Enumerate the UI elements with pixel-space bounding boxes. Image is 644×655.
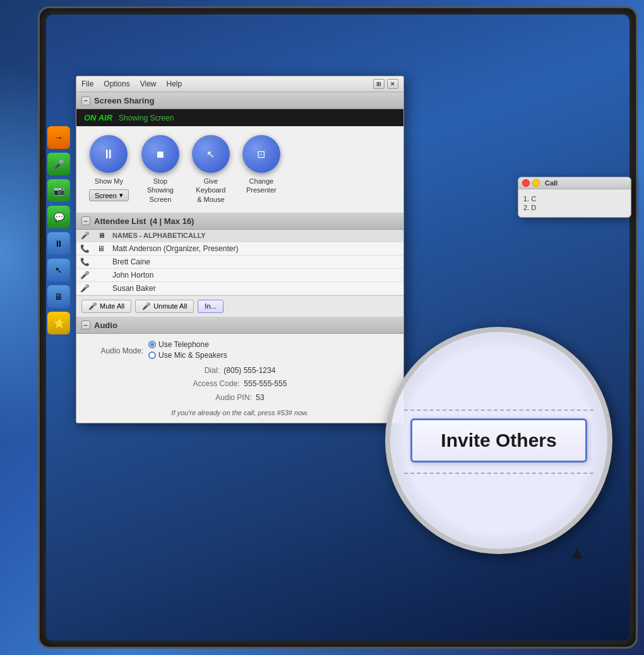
keyboard-mouse-control: ↖ GiveKeyboard& Mouse — [192, 135, 230, 204]
table-row: 📞 🖥 Matt Anderson (Organizer, Presenter) — [76, 242, 403, 255]
telephone-radio[interactable] — [148, 341, 156, 348]
unmute-all-button[interactable]: 🎤 Unmute All — [135, 300, 194, 313]
stop-label: StopShowingScreen — [147, 177, 174, 204]
stop-button[interactable]: ■ — [141, 135, 179, 173]
access-code-value: 555-555-555 — [244, 379, 287, 388]
dotted-separator-top — [404, 410, 593, 411]
dial-info: Dial: (805) 555-1234 — [86, 364, 393, 378]
names-header-cell: NAMES - ALPHABETICALLY — [109, 230, 403, 242]
attendee-name-2: Brett Caine — [109, 255, 403, 268]
audio-options: Use Telephone Use Mic & Speakers — [148, 340, 227, 362]
keyboard-mouse-button[interactable]: ↖ — [192, 135, 230, 173]
use-telephone-option[interactable]: Use Telephone — [148, 340, 227, 349]
menu-view[interactable]: View — [140, 80, 157, 88]
attendee-name-4: Susan Baker — [109, 281, 403, 295]
chat-btn[interactable]: 💬 — [47, 206, 70, 228]
call-close-btn[interactable] — [522, 179, 530, 187]
mic-header-cell: 🎤 — [76, 230, 93, 242]
keyboard-mouse-label: GiveKeyboard& Mouse — [196, 177, 225, 204]
call-window: Call 1. C 2. D — [518, 177, 631, 218]
screen-sharing-title: Screen Sharing — [94, 96, 154, 105]
change-presenter-label: ChangePresenter — [246, 177, 277, 195]
stop-showing-control: ■ StopShowingScreen — [141, 135, 179, 204]
use-mic-speakers-option[interactable]: Use Mic & Speakers — [148, 351, 227, 360]
pin-value: 53 — [256, 393, 264, 402]
magnifier-overlay: Invite Others — [385, 327, 612, 554]
call-minimize-btn[interactable] — [532, 179, 540, 187]
attendee-screen-3 — [93, 268, 109, 281]
pause-btn[interactable]: ⏸ — [47, 232, 70, 255]
attendee-btn-bar: 🎤 Mute All 🎤 Unmute All In... — [76, 295, 403, 317]
attendee-screen-1: 🖥 — [93, 242, 109, 255]
telephone-label: Use Telephone — [158, 340, 209, 349]
screen-dropdown-btn[interactable]: Screen ▾ — [89, 189, 129, 201]
invite-others-label: Invite Others — [441, 430, 556, 451]
invite-others-button-small[interactable]: In... — [198, 300, 223, 313]
show-my-screen-control: ⏸ Show My Screen ▾ — [89, 135, 129, 201]
screen-sharing-header: − Screen Sharing — [76, 92, 403, 109]
attendee-mic-4: 🎤 — [76, 281, 93, 295]
pin-info: Audio PIN: 53 — [86, 391, 393, 405]
audio-mode-label: Audio Mode: — [86, 346, 143, 355]
change-presenter-button[interactable]: ⊡ — [242, 135, 280, 173]
window-controls: ⊞ ✕ — [373, 79, 398, 89]
table-row: 🎤 John Horton — [76, 268, 403, 281]
call-item-1: 1. C — [523, 194, 626, 203]
controls-section: ⏸ Show My Screen ▾ ■ StopShowingScreen ↖… — [76, 126, 403, 213]
dial-label: Dial: — [205, 366, 220, 375]
mute-icon: 🎤 — [88, 302, 97, 310]
dotted-separator-bottom — [404, 473, 593, 474]
table-row: 📞 Brett Caine — [76, 255, 403, 268]
audio-info: Dial: (805) 555-1234 Access Code: 555-55… — [86, 364, 393, 405]
collapse-screen-sharing-btn[interactable]: − — [81, 97, 90, 105]
cursor-btn[interactable]: ↖ — [47, 259, 70, 281]
mic-speakers-label: Use Mic & Speakers — [158, 351, 227, 360]
attendee-mic-2: 📞 — [76, 255, 93, 268]
invite-others-button[interactable]: Invite Others — [410, 418, 587, 463]
attendee-mic-3: 🎤 — [76, 268, 93, 281]
screen-header-cell: 🖥 — [93, 230, 109, 242]
collapse-attendee-btn[interactable]: − — [81, 216, 90, 225]
access-code-label: Access Code: — [193, 379, 240, 388]
call-content: 1. C 2. D — [518, 189, 631, 217]
call-title-bar: Call — [518, 177, 631, 189]
access-code-info: Access Code: 555-555-555 — [86, 377, 393, 391]
forward-btn[interactable]: → — [47, 126, 70, 149]
attendee-table-header: 🎤 🖥 NAMES - ALPHABETICALLY — [76, 230, 403, 242]
mic-speakers-radio[interactable] — [148, 351, 156, 359]
menu-options[interactable]: Options — [104, 80, 129, 88]
restore-btn[interactable]: ⊞ — [373, 79, 385, 89]
change-presenter-control: ⊡ ChangePresenter — [242, 135, 280, 195]
menu-help[interactable]: Help — [167, 80, 182, 88]
call-item-2: 2. D — [523, 203, 626, 212]
magnifier-content: Invite Others — [404, 407, 593, 474]
menu-file[interactable]: File — [81, 80, 93, 88]
attendee-list-header: − Attendee List (4 | Max 16) — [76, 213, 403, 230]
on-air-badge: ON AIR — [84, 113, 112, 122]
attendee-mic-1: 📞 — [76, 242, 93, 255]
audio-section: Audio Mode: Use Telephone Use Mic & Spea… — [76, 334, 403, 423]
attendee-name-1: Matt Anderson (Organizer, Presenter) — [109, 242, 403, 255]
showing-screen-text: Showing Screen — [119, 114, 174, 122]
show-my-screen-label: Show My — [95, 177, 123, 186]
on-air-bar: ON AIR Showing Screen — [76, 109, 403, 126]
sidebar-buttons-panel: → 🎤 📷 💬 ⏸ ↖ 🖥 ⭐ — [47, 126, 70, 334]
mute-all-button[interactable]: 🎤 Mute All — [81, 300, 131, 313]
camera-btn[interactable]: 📷 — [47, 179, 70, 202]
star-btn[interactable]: ⭐ — [47, 312, 70, 334]
title-bar: File Options View Help ⊞ ✕ — [76, 76, 403, 92]
audio-title: Audio — [94, 321, 117, 330]
collapse-audio-btn[interactable]: − — [81, 321, 90, 329]
close-btn[interactable]: ✕ — [387, 79, 398, 89]
attendee-count: (4 | Max 16) — [150, 216, 194, 226]
menu-bar: File Options View Help — [81, 80, 182, 88]
audio-note: If you're already on the call, press #53… — [86, 409, 393, 416]
unmute-icon: 🎤 — [142, 302, 151, 310]
call-window-title: Call — [545, 179, 558, 187]
pin-label: Audio PIN: — [215, 393, 251, 402]
pause-button[interactable]: ⏸ — [90, 135, 128, 173]
audio-header: − Audio — [76, 317, 403, 334]
screen-share-btn[interactable]: 🖥 — [47, 285, 70, 308]
dropdown-arrow: ▾ — [119, 191, 123, 199]
mic-btn[interactable]: 🎤 — [47, 153, 70, 175]
